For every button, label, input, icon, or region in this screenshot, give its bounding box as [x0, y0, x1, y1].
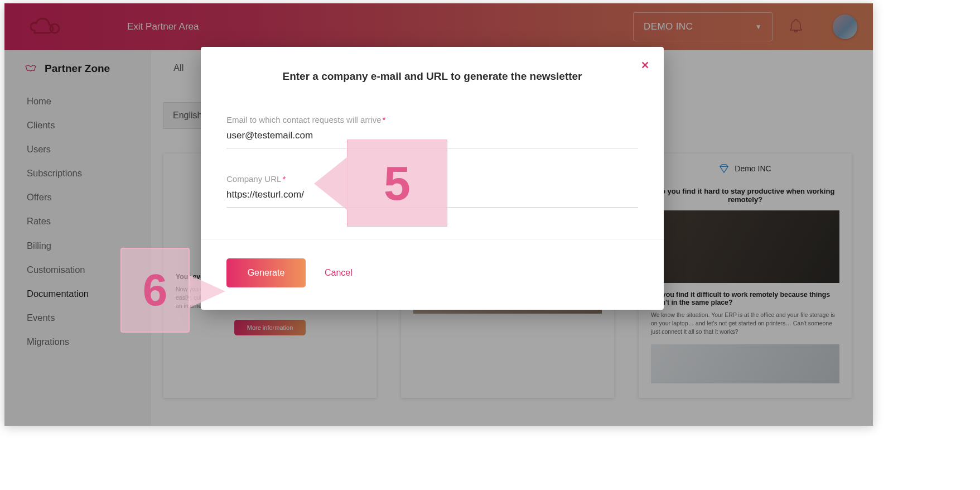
email-field-label: Email to which contact requests will arr… [226, 115, 638, 124]
modal-close-button[interactable]: ✕ [641, 59, 649, 71]
annotation-step-5: 5 [347, 140, 447, 227]
annotation-step-6: 6 [120, 248, 190, 333]
cancel-button[interactable]: Cancel [325, 268, 353, 278]
app-frame: Exit Partner Area DEMO INC ▼ Partner Zon… [4, 3, 873, 426]
generate-button[interactable]: Generate [226, 258, 306, 287]
close-icon: ✕ [641, 60, 649, 71]
modal-title: Enter a company e-mail and URL to genera… [201, 47, 664, 87]
